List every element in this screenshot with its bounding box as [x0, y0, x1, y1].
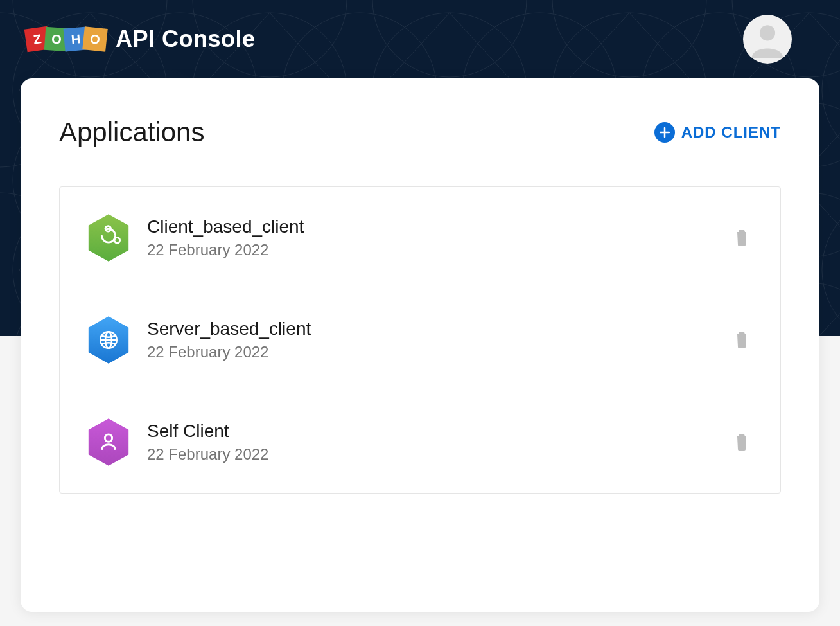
- server-based-icon: [85, 315, 132, 365]
- add-client-button[interactable]: ADD CLIENT: [654, 122, 781, 143]
- app-date: 22 February 2022: [147, 343, 729, 361]
- person-icon: [749, 21, 786, 58]
- app-info: Self Client 22 February 2022: [147, 421, 729, 463]
- delete-button[interactable]: [729, 223, 755, 253]
- main-card: Applications ADD CLIENT: [21, 78, 819, 612]
- page-title: Applications: [59, 117, 204, 148]
- delete-button[interactable]: [729, 325, 755, 355]
- header: Z O H O API Console: [0, 0, 840, 78]
- application-row[interactable]: Self Client 22 February 2022: [60, 391, 780, 493]
- console-title: API Console: [116, 26, 256, 53]
- avatar[interactable]: [743, 15, 792, 64]
- app-date: 22 February 2022: [147, 445, 729, 463]
- app-name: Client_based_client: [147, 217, 729, 237]
- trash-icon: [734, 433, 749, 451]
- card-header: Applications ADD CLIENT: [59, 117, 781, 148]
- plus-icon: [654, 122, 675, 143]
- delete-button[interactable]: [729, 427, 755, 458]
- logo-section: Z O H O API Console: [26, 26, 256, 53]
- trash-icon: [734, 228, 749, 246]
- self-client-icon: [85, 417, 132, 467]
- app-name: Self Client: [147, 421, 729, 442]
- application-list: Client_based_client 22 February 2022: [59, 186, 781, 494]
- add-client-label: ADD CLIENT: [681, 123, 781, 141]
- app-info: Server_based_client 22 February 2022: [147, 319, 729, 361]
- app-info: Client_based_client 22 February 2022: [147, 217, 729, 259]
- client-based-icon: [85, 213, 132, 263]
- app-name: Server_based_client: [147, 319, 729, 339]
- app-date: 22 February 2022: [147, 241, 729, 259]
- svg-point-6: [760, 25, 775, 40]
- trash-icon: [734, 330, 749, 348]
- application-row[interactable]: Server_based_client 22 February 2022: [60, 289, 780, 391]
- application-row[interactable]: Client_based_client 22 February 2022: [60, 187, 780, 289]
- zoho-logo-o2: O: [82, 26, 108, 52]
- zoho-logo: Z O H O: [26, 28, 107, 51]
